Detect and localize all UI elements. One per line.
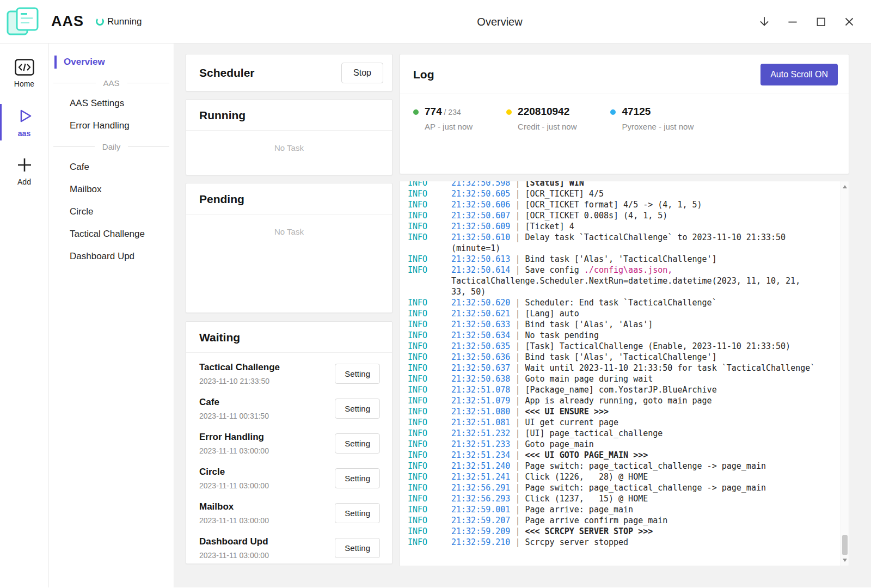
log-level: INFO <box>408 526 451 537</box>
log-level: INFO <box>408 210 451 221</box>
log-content: 21:32:51.081 | UI get current page <box>451 417 832 428</box>
log-time: 21:32:51.234 <box>451 450 510 460</box>
sidebar-item-aas-settings[interactable]: AAS Settings <box>49 93 174 115</box>
log-level: INFO <box>408 537 451 548</box>
sidebar-item-circle[interactable]: Circle <box>49 201 174 223</box>
waiting-title: Waiting <box>199 331 240 344</box>
log-line: INFO21:32:50.633 | Bind task ['Alas', 'A… <box>408 319 832 330</box>
log-message: <<< UI ENSURE >>> <box>525 407 609 416</box>
log-separator: | <box>510 309 525 318</box>
scheduler-column: Scheduler Stop Running No Task Pending N… <box>186 54 392 564</box>
page-title: Overview <box>477 15 522 28</box>
log-time: 21:32:51.080 <box>451 407 510 416</box>
rail-item-aas[interactable]: aas <box>0 101 48 143</box>
download-icon <box>757 15 771 29</box>
task-setting-button[interactable]: Setting <box>335 399 380 419</box>
scroll-up-button[interactable] <box>841 183 849 191</box>
log-lines: INFO21:32:50.598 | [Status] WININFO21:32… <box>408 181 832 548</box>
log-message: Click (1226, 28) @ HOME <box>525 472 648 482</box>
sidebar-item-cafe[interactable]: Cafe <box>49 156 174 179</box>
log-separator: | <box>510 483 525 493</box>
log-separator: | <box>510 232 525 242</box>
waiting-task-row: Tactical Challenge2023-11-10 21:33:50Set… <box>199 357 380 391</box>
log-header: Log Auto Scroll ON <box>400 54 849 94</box>
log-time: 21:32:51.081 <box>451 418 510 427</box>
log-scrollbar[interactable] <box>841 181 849 566</box>
scroll-up-icon <box>843 185 847 188</box>
log-level: INFO <box>408 384 451 395</box>
log-separator: | <box>510 254 525 264</box>
log-level: INFO <box>408 417 451 428</box>
stat-caption: Credit - just now <box>518 122 576 131</box>
log-separator: | <box>510 211 525 220</box>
sidebar-item-tactical-challenge[interactable]: Tactical Challenge <box>49 223 174 246</box>
waiting-task-time: 2023-11-11 00:31:50 <box>199 412 269 420</box>
log-time: 21:32:50.610 <box>451 232 510 242</box>
log-message: <<< UI GOTO PAGE_MAIN >>> <box>525 450 648 460</box>
scroll-down-button[interactable] <box>841 556 849 564</box>
sidebar-item-dashboard-upd[interactable]: Dashboard Upd <box>49 246 174 268</box>
log-message: [Status] WIN <box>525 181 584 188</box>
log-separator: | <box>510 385 525 395</box>
waiting-task-time: 2023-11-11 03:00:00 <box>199 516 269 525</box>
waiting-task-name: Error Handling <box>199 432 269 443</box>
rail-item-add[interactable]: Add <box>0 151 48 192</box>
scroll-down-icon <box>843 559 847 562</box>
task-setting-button[interactable]: Setting <box>335 538 380 558</box>
app-logo <box>5 6 40 38</box>
auto-scroll-toggle[interactable]: Auto Scroll ON <box>760 64 838 85</box>
log-level: INFO <box>408 341 451 352</box>
stat-text: 47125Pyroxene - just now <box>622 106 694 131</box>
log-message: Bind task ['Alas', 'TacticalChallenge'] <box>525 254 716 264</box>
sidebar-item-mailbox[interactable]: Mailbox <box>49 179 174 201</box>
log-separator: | <box>510 200 525 210</box>
log-message: Bind task ['Alas', 'Alas'] <box>525 320 653 329</box>
log-line: INFO21:32:50.609 | [Ticket] 4 <box>408 221 832 232</box>
minimize-button[interactable] <box>783 12 802 32</box>
maximize-button[interactable] <box>811 12 831 32</box>
log-content: 21:32:51.079 | App is already running, g… <box>451 395 832 406</box>
log-level: INFO <box>408 395 451 406</box>
log-content: 21:32:51.241 | Click (1226, 28) @ HOME <box>451 471 832 482</box>
task-setting-button[interactable]: Setting <box>335 364 380 384</box>
sidebar-section-divider: AAS <box>53 78 169 88</box>
waiting-task-name: Cafe <box>199 397 269 408</box>
log-line: INFO21:32:50.606 | [OCR_TICKET format] 4… <box>408 199 832 210</box>
app-body: Home aas Add OverviewAASAAS SettingsErro… <box>0 44 871 587</box>
log-line: INFO21:32:50.635 | [Task] TacticalChalle… <box>408 341 832 352</box>
log-time: 21:32:50.609 <box>451 222 510 231</box>
stat-text: 774 / 234AP - just now <box>425 106 473 131</box>
log-level: INFO <box>408 493 451 504</box>
log-line: INFO21:32:51.241 | Click (1226, 28) @ HO… <box>408 471 832 482</box>
log-message: [OCR_TICKET 0.008s] (4, 1, 5) <box>525 211 667 220</box>
scheduler-stop-button[interactable]: Stop <box>341 63 383 83</box>
sidebar-item-overview[interactable]: Overview <box>49 51 174 74</box>
log-line: INFO21:32:50.637 | Wait until 2023-11-10… <box>408 363 832 373</box>
log-message: <<< SCRCPY SERVER STOP >>> <box>525 526 653 536</box>
log-separator: | <box>510 341 525 351</box>
log-level: INFO <box>408 461 451 471</box>
log-time: 21:32:59.210 <box>451 537 510 547</box>
log-message: Scrcpy server stopped <box>525 537 628 547</box>
running-title: Running <box>199 109 246 122</box>
rail-item-home[interactable]: Home <box>0 53 48 94</box>
sidebar-item-error-handling[interactable]: Error Handling <box>49 115 174 137</box>
log-level: INFO <box>408 181 451 188</box>
task-setting-button[interactable]: Setting <box>335 503 380 523</box>
rail-label-add: Add <box>17 177 31 186</box>
log-message: ./config\aas.json, <box>584 265 673 275</box>
waiting-task-info: Dashboard Upd2023-11-11 03:00:00 <box>199 536 269 560</box>
running-empty-label: No Task <box>186 131 392 152</box>
play-icon <box>15 107 34 125</box>
log-time: 21:32:50.620 <box>451 298 510 308</box>
log-time: 21:32:51.232 <box>451 428 510 438</box>
close-button[interactable] <box>839 12 859 32</box>
log-content: 21:32:51.233 | Goto page_main <box>451 439 832 450</box>
log-line: INFO21:32:50.613 | Bind task ['Alas', 'T… <box>408 254 832 265</box>
scroll-thumb[interactable] <box>842 535 848 555</box>
update-download-button[interactable] <box>755 12 774 32</box>
task-setting-button[interactable]: Setting <box>335 468 380 488</box>
log-level: INFO <box>408 319 451 330</box>
task-setting-button[interactable]: Setting <box>335 433 380 454</box>
log-stats: 774 / 234AP - just now220810942Credit - … <box>400 94 849 131</box>
